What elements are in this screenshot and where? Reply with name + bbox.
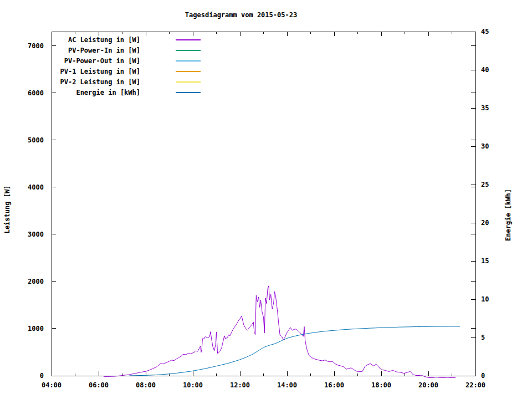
y2-tick-label: 40 — [481, 66, 489, 74]
x-tick-label: 18:00 — [371, 381, 391, 389]
y2-tick-label: 5 — [481, 334, 485, 341]
y2-tick-label: 0 — [481, 372, 485, 380]
y-tick-label: 7000 — [28, 42, 44, 50]
y2-tick-label: 15 — [481, 257, 489, 265]
y-tick-label: 0 — [40, 372, 44, 380]
x-tick-label: 12:00 — [230, 381, 250, 389]
y2-tick-label: 30 — [481, 142, 489, 150]
x-tick-label: 10:00 — [183, 381, 203, 389]
y2-tick-label: 35 — [481, 104, 489, 112]
y2-tick-label: 10 — [481, 295, 489, 303]
x-tick-label: 20:00 — [418, 381, 438, 389]
curve-ac-leistung-in-w- — [104, 286, 456, 378]
x-tick-label: 06:00 — [89, 381, 109, 389]
plot-series — [104, 286, 460, 378]
x-tick-label: 22:00 — [466, 381, 485, 389]
legend-label: PV-Power-In in [W] — [68, 47, 140, 54]
y2-tick-label: 20 — [481, 219, 489, 227]
legend-label: PV-2 Leistung in [W] — [60, 78, 141, 86]
legend-label: PV-Power-Out in [W] — [64, 57, 140, 65]
y-tick-label: 2000 — [28, 278, 44, 285]
x-tick-label: 04:00 — [42, 381, 62, 389]
y-tick-label: 1000 — [28, 325, 44, 332]
day-diagram-chart: Tagesdiagramm vom 2015-05-23 Leistung [W… — [0, 0, 532, 399]
chart-title: Tagesdiagramm vom 2015-05-23 — [185, 11, 297, 19]
x-tick-label: 08:00 — [136, 381, 156, 389]
x-tick-label: 14:00 — [277, 381, 297, 389]
y-tick-label: 6000 — [28, 89, 44, 97]
y2-tick-label: 45 — [481, 28, 489, 35]
x-tick-label: 16:00 — [324, 381, 344, 389]
legend-label: Energie in [kWh] — [76, 89, 140, 96]
legend-label: PV-1 Leistung in [W] — [60, 68, 141, 75]
gnuplot-day-diagram: Tagesdiagramm vom 2015-05-23 Leistung [W… — [0, 0, 532, 399]
legend: AC Leistung in [W]PV-Power-In in [W]PV-P… — [60, 36, 201, 96]
y-tick-label: 3000 — [28, 231, 44, 238]
y2-tick-label: 25 — [481, 181, 489, 188]
legend-label: AC Leistung in [W] — [68, 36, 140, 44]
curve-energie-in-kwh- — [129, 326, 460, 376]
y2-axis-title: Energie [kWh] — [504, 189, 512, 241]
y-tick-label: 4000 — [28, 183, 44, 191]
y-tick-label: 5000 — [28, 136, 44, 144]
y-axis-title: Leistung [W] — [3, 186, 11, 234]
